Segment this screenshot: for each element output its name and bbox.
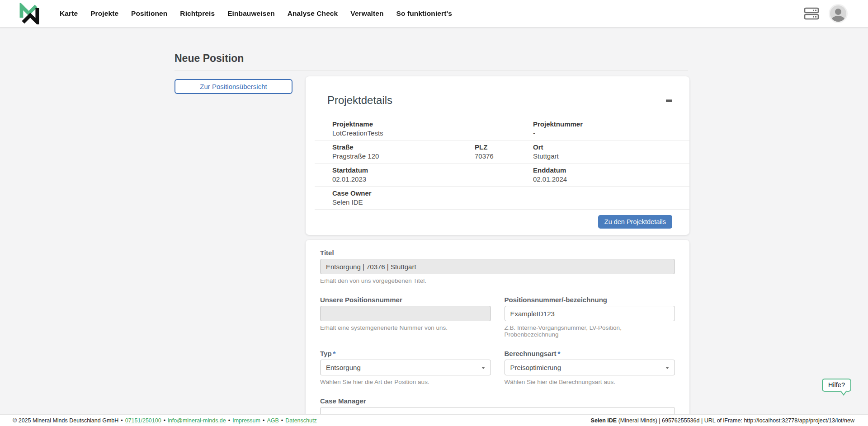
startdatum-label: Startdatum [332,166,533,174]
nav-verwalten[interactable]: Verwalten [344,9,390,18]
zur-positionsuebersicht-button[interactable]: Zur Positionsübersicht [175,79,292,94]
projektdetails-card: Projektdetails Projektname LotCreationTe… [306,76,689,235]
ort-label: Ort [533,143,689,151]
nav-positionen[interactable]: Positionen [125,9,174,18]
nav-karte[interactable]: Karte [53,9,84,18]
projektnummer-value: - [533,129,689,137]
required-asterisk: * [558,350,561,357]
positionsnummer-input[interactable] [505,306,675,321]
impressum-link[interactable]: Impressum [232,417,260,424]
header-right [804,5,846,22]
enddatum-label: Enddatum [533,166,689,174]
position-form-card: Titel Erhält den von uns vorgegebenen Ti… [306,240,689,426]
logo-icon [17,3,42,24]
email-link[interactable]: info@mineral-minds.de [168,417,226,424]
chevron-down-icon [665,367,669,369]
mineral-minds-logo[interactable] [17,2,42,25]
strasse-label: Straße [332,143,475,151]
nav-richtpreis[interactable]: Richtpreis [174,9,221,18]
separator-dot: • [164,417,165,424]
positionsnummer-label: Positionsnummer/-bezeichnung [505,296,675,304]
agb-link[interactable]: AGB [267,417,278,424]
footer: © 2025 Mineral Minds Deutschland GmbH • … [0,414,868,426]
zu-den-projektdetails-button[interactable]: Zu den Projektdetails [598,215,672,229]
table-row: Startdatum 02.01.2023 Enddatum 02.01.202… [315,164,689,187]
phone-link[interactable]: 07151/250100 [125,417,161,424]
server-icon[interactable] [804,7,819,20]
table-row: Straße Pragstraße 120 PLZ 70376 Ort Stut… [315,140,689,164]
title-divider [175,70,688,70]
typ-select[interactable]: Entsorgung [320,360,491,375]
case-owner-label: Case Owner [332,189,533,197]
separator-dot: • [121,417,123,424]
page-title: Neue Position [175,52,244,65]
footer-user-details: (Mineral Minds) | 69576255536d | URL of … [617,417,854,424]
avatar-head [835,9,841,15]
required-asterisk: * [333,350,336,357]
startdatum-value: 02.01.2023 [332,175,533,183]
projektdetails-table: Projektname LotCreationTests Projektnumm… [315,117,689,210]
unsere-positionsnummer-input [320,306,491,321]
user-avatar-icon[interactable] [830,5,846,22]
titel-group: Titel Erhält den von uns vorgegebenen Ti… [320,249,675,284]
separator-dot: • [281,417,283,424]
collapse-icon[interactable] [666,99,672,102]
enddatum-value: 02.01.2024 [533,175,689,183]
berechnungsart-helper: Wählen Sie hier die Berechnungsart aus. [505,379,675,385]
typ-label-text: Typ [320,350,332,357]
titel-helper: Erhält den von uns vorgegebenen Titel. [320,277,675,284]
unsere-positionsnummer-helper: Erhält eine systemgenerierte Nummer von … [320,324,491,331]
nav-projekte[interactable]: Projekte [84,9,125,18]
case-manager-label: Case Manager [320,397,675,405]
unsere-positionsnummer-label: Unsere Positionsnummer [320,296,491,304]
plz-label: PLZ [475,143,533,151]
footer-user-info: Selen IDE (Mineral Minds) | 69576255536d… [591,417,854,424]
nav-einbauweisen[interactable]: Einbauweisen [221,9,281,18]
main-nav: Karte Projekte Positionen Richtpreis Ein… [53,9,458,18]
datenschutz-link[interactable]: Datenschutz [285,417,316,424]
table-row: Projektname LotCreationTests Projektnumm… [315,117,689,140]
ort-value: Stuttgart [533,152,689,160]
strasse-value: Pragstraße 120 [332,152,475,160]
footer-left: © 2025 Mineral Minds Deutschland GmbH • … [13,417,317,424]
top-nav-bar: Karte Projekte Positionen Richtpreis Ein… [0,0,868,28]
titel-label: Titel [320,249,675,257]
projektdetails-title: Projektdetails [327,94,392,107]
projektname-label: Projektname [332,120,533,128]
berechnungsart-label: Berechnungsart* [505,350,675,358]
positionsnummer-group: Positionsnummer/-bezeichnung Z.B. Intern… [505,296,675,338]
berechnungsart-select[interactable]: Preisoptimierung [505,360,675,375]
chevron-down-icon [481,367,485,369]
separator-dot: • [263,417,264,424]
berechnungsart-label-text: Berechnungsart [505,350,557,357]
positionsnummer-helper: Z.B. Interne-Vorgangsnummer, LV-Position… [505,324,675,338]
nav-analyse-check[interactable]: Analyse Check [281,9,344,18]
typ-helper: Wählen Sie hier die Art der Position aus… [320,379,491,385]
case-owner-value: Selen IDE [332,198,533,206]
unsere-positionsnummer-group: Unsere Positionsnummer Erhält eine syste… [320,296,491,338]
berechnungsart-select-value: Preisoptimierung [510,364,561,371]
projektnummer-label: Projektnummer [533,120,689,128]
hilfe-button[interactable]: Hilfe? [822,379,851,392]
table-row: Case Owner Selen IDE [315,187,689,210]
typ-group: Typ* Entsorgung Wählen Sie hier die Art … [320,350,491,385]
plz-value: 70376 [475,152,533,160]
titel-input [320,259,675,274]
page-content: Neue Position Zur Positionsübersicht Pro… [0,28,868,426]
typ-select-value: Entsorgung [326,364,361,371]
nav-so-funktionierts[interactable]: So funktioniert's [390,9,458,18]
typ-label: Typ* [320,350,491,358]
projektname-value: LotCreationTests [332,129,533,137]
berechnungsart-group: Berechnungsart* Preisoptimierung Wählen … [505,350,675,385]
copyright-text: © 2025 Mineral Minds Deutschland GmbH [13,417,118,424]
footer-user-name: Selen IDE [591,417,617,424]
avatar-shoulders [831,16,845,22]
separator-dot: • [228,417,230,424]
